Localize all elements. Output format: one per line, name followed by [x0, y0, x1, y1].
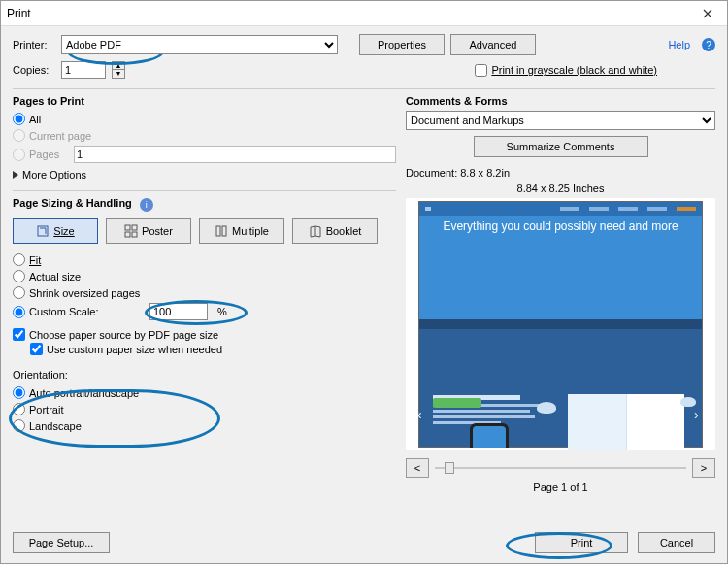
multiple-icon: [215, 224, 228, 238]
pages-to-print-heading: Pages to Print: [13, 95, 396, 107]
tab-booklet[interactable]: Booklet: [292, 218, 378, 244]
radio-portrait[interactable]: [13, 403, 25, 415]
fit-label: Fit: [29, 254, 41, 266]
close-button[interactable]: [694, 4, 721, 23]
document-info: Document: 8.8 x 8.2in: [406, 167, 715, 179]
percent-label: %: [217, 306, 227, 317]
portrait-label: Portrait: [29, 404, 63, 415]
booklet-icon: [309, 224, 322, 238]
radio-actual[interactable]: [13, 270, 25, 282]
copies-label: Copies:: [13, 64, 55, 76]
triangle-right-icon: [13, 171, 18, 179]
more-options-toggle[interactable]: More Options: [13, 169, 396, 181]
titlebar: Print: [1, 1, 727, 26]
comments-select[interactable]: Document and Markups: [406, 111, 715, 130]
printer-label: Printer:: [13, 39, 55, 50]
radio-landscape[interactable]: [13, 419, 25, 432]
tab-multiple[interactable]: Multiple: [199, 218, 284, 244]
radio-auto-orientation[interactable]: [13, 386, 25, 399]
preview-slider[interactable]: [435, 458, 686, 478]
use-custom-label: Use custom paper size when needed: [47, 344, 222, 355]
radio-all[interactable]: [13, 113, 25, 125]
svg-rect-3: [125, 232, 130, 237]
comments-heading: Comments & Forms: [406, 95, 715, 107]
help-link[interactable]: Help: [668, 39, 690, 50]
use-custom-checkbox[interactable]: [30, 343, 43, 355]
pages-input[interactable]: [74, 146, 396, 163]
sizing-heading: Page Sizing & Handling: [13, 197, 132, 209]
copies-input[interactable]: [61, 61, 106, 79]
printer-select[interactable]: Adobe PDF: [61, 35, 338, 54]
radio-shrink[interactable]: [13, 286, 25, 299]
preview-size-label: 8.84 x 8.25 Inches: [406, 182, 715, 194]
grayscale-checkbox[interactable]: [475, 64, 487, 77]
auto-orientation-label: Auto portrait/landscape: [29, 387, 139, 399]
preview-book-prev-icon: ‹: [417, 407, 427, 416]
preview-prev-button[interactable]: <: [406, 458, 429, 478]
radio-custom-scale[interactable]: [13, 306, 25, 318]
preview-next-button[interactable]: >: [692, 458, 715, 478]
actual-label: Actual size: [29, 271, 81, 282]
radio-current: [13, 129, 25, 142]
preview-book-next-icon: ›: [694, 407, 704, 416]
orientation-heading: Orientation:: [13, 369, 396, 381]
print-dialog: Print Printer: Adobe PDF Properties Adva…: [0, 0, 728, 564]
choose-paper-label: Choose paper source by PDF page size: [29, 329, 218, 341]
print-preview: Everything you could possibly need and m…: [406, 198, 715, 450]
svg-rect-5: [216, 226, 220, 236]
current-label: Current page: [29, 130, 91, 142]
copies-spinner[interactable]: ▲▼: [112, 61, 125, 79]
advanced-button[interactable]: Advanced: [450, 34, 536, 55]
properties-button[interactable]: Properties: [359, 34, 445, 55]
svg-rect-4: [132, 232, 137, 237]
pages-label: Pages: [29, 149, 70, 160]
svg-rect-6: [222, 226, 226, 236]
svg-rect-2: [132, 225, 137, 230]
scale-input[interactable]: [149, 303, 208, 320]
size-icon: [36, 224, 50, 238]
radio-fit[interactable]: [13, 253, 25, 266]
page-setup-button[interactable]: Page Setup...: [13, 532, 110, 553]
svg-rect-1: [125, 225, 130, 230]
shrink-label: Shrink oversized pages: [29, 287, 140, 299]
info-icon[interactable]: i: [140, 198, 153, 212]
more-options-label: More Options: [22, 169, 86, 181]
cancel-button[interactable]: Cancel: [638, 532, 715, 553]
all-label: All: [29, 114, 41, 125]
page-counter: Page 1 of 1: [406, 481, 715, 493]
grayscale-label: Print in grayscale (black and white): [491, 64, 657, 76]
landscape-label: Landscape: [29, 420, 82, 432]
radio-pages: [13, 149, 25, 161]
poster-icon: [124, 224, 138, 238]
window-title: Print: [7, 7, 694, 20]
print-button[interactable]: Print: [535, 532, 628, 553]
custom-scale-label: Custom Scale:: [29, 306, 113, 317]
choose-paper-checkbox[interactable]: [13, 328, 25, 341]
summarize-button[interactable]: Summarize Comments: [474, 136, 648, 157]
help-icon[interactable]: ?: [702, 38, 715, 51]
tab-poster[interactable]: Poster: [106, 218, 191, 244]
tab-size[interactable]: Size: [13, 218, 98, 244]
